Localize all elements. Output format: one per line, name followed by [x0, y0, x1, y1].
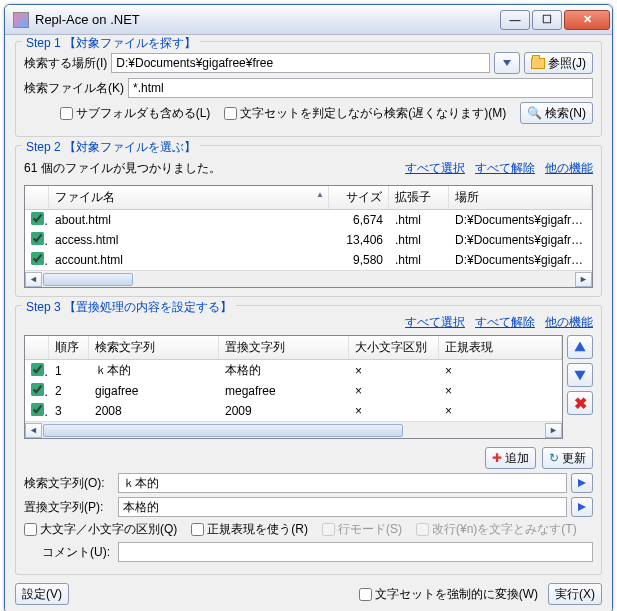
file-table: ファイル名 サイズ 拡張子 場所 about.html6,674.htmlD:¥… [24, 185, 593, 288]
minimize-button[interactable]: — [500, 10, 530, 30]
col-order[interactable]: 順序 [49, 336, 89, 359]
step3-select-none[interactable]: すべて解除 [475, 314, 535, 331]
step2-other[interactable]: 他の機能 [545, 160, 593, 177]
step1-group: Step 1 【対象ファイルを探す】 検索する場所(I) 参照(J) 検索ファイ… [15, 41, 602, 137]
svg-marker-1 [574, 341, 585, 351]
replace-input[interactable] [118, 497, 567, 517]
step2-select-all[interactable]: すべて選択 [405, 160, 465, 177]
crlf-checkbox: 改行(¥n)を文字とみなす(T) [416, 521, 577, 538]
update-button[interactable]: ↻更新 [542, 447, 593, 469]
plus-icon: ✚ [492, 451, 502, 465]
svg-marker-3 [578, 479, 586, 487]
col-place[interactable]: 場所 [449, 186, 592, 209]
pattern-label: 検索ファイル名(K) [24, 80, 124, 97]
step2-group: Step 2 【対象ファイルを選ぶ】 61 個のファイルが見つかりました。 すべ… [15, 145, 602, 297]
file-table-header: ファイル名 サイズ 拡張子 場所 [25, 186, 592, 210]
scroll-left-button[interactable]: ◄ [25, 423, 42, 438]
table-row[interactable]: access.html13,406.htmlD:¥Documents¥gigaf… [25, 230, 592, 250]
find-input[interactable] [118, 473, 567, 493]
app-window: Repl-Ace on .NET — ☐ ✕ Step 1 【対象ファイルを探す… [4, 4, 613, 611]
scroll-right-button[interactable]: ► [575, 272, 592, 287]
bottom-bar: 設定(V) 文字セットを強制的に変換(W) 実行(X) [15, 583, 602, 605]
charset-detect-checkbox[interactable]: 文字セットを判定しながら検索(遅くなります)(M) [224, 105, 506, 122]
settings-button[interactable]: 設定(V) [15, 583, 69, 605]
comment-label: コメント(U): [24, 544, 114, 561]
row-checkbox[interactable] [31, 232, 44, 245]
file-table-hscroll[interactable]: ◄ ► [25, 270, 592, 287]
replace-play-button[interactable] [571, 497, 593, 517]
search-button[interactable]: 🔍 検索(N) [520, 102, 593, 124]
col-case[interactable]: 大小文字区別 [349, 336, 439, 359]
window-title: Repl-Ace on .NET [35, 12, 500, 27]
search-icon: 🔍 [527, 106, 542, 120]
table-row[interactable]: account.html9,580.htmlD:¥Documents¥gigaf… [25, 250, 592, 270]
scroll-right-button[interactable]: ► [545, 423, 562, 438]
case-checkbox[interactable]: 大文字／小文字の区別(Q) [24, 521, 177, 538]
content-area: Step 1 【対象ファイルを探す】 検索する場所(I) 参照(J) 検索ファイ… [5, 35, 612, 611]
rule-table-hscroll[interactable]: ◄ ► [25, 421, 562, 438]
col-regex[interactable]: 正規表現 [439, 336, 562, 359]
delete-button[interactable]: ✖ [567, 391, 593, 415]
path-input[interactable] [111, 53, 490, 73]
step2-title: Step 2 【対象ファイルを選ぶ】 [22, 139, 200, 156]
step3-other[interactable]: 他の機能 [545, 314, 593, 331]
folder-icon [531, 58, 545, 69]
move-down-button[interactable] [567, 363, 593, 387]
app-icon [13, 12, 29, 28]
step2-select-none[interactable]: すべて解除 [475, 160, 535, 177]
maximize-button[interactable]: ☐ [532, 10, 562, 30]
subfolder-checkbox[interactable]: サブフォルダも含める(L) [60, 105, 211, 122]
find-play-button[interactable] [571, 473, 593, 493]
path-dropdown-button[interactable] [494, 52, 520, 74]
col-find[interactable]: 検索文字列 [89, 336, 219, 359]
path-label: 検索する場所(I) [24, 55, 107, 72]
file-table-body: about.html6,674.htmlD:¥Documents¥gigafre… [25, 210, 592, 270]
line-checkbox: 行モード(S) [322, 521, 402, 538]
titlebar[interactable]: Repl-Ace on .NET — ☐ ✕ [5, 5, 612, 35]
close-button[interactable]: ✕ [564, 10, 610, 30]
rule-side-buttons: ✖ [567, 335, 593, 439]
browse-button[interactable]: 参照(J) [524, 52, 593, 74]
step3-title: Step 3 【置換処理の内容を設定する】 [22, 299, 236, 316]
run-button[interactable]: 実行(X) [548, 583, 602, 605]
regex-checkbox[interactable]: 正規表現を使う(R) [191, 521, 308, 538]
scroll-left-button[interactable]: ◄ [25, 272, 42, 287]
step3-select-all[interactable]: すべて選択 [405, 314, 465, 331]
rule-table: 順序 検索文字列 置換文字列 大小文字区別 正規表現 1ｋ本的本格的××2gig… [24, 335, 563, 439]
col-size[interactable]: サイズ [329, 186, 389, 209]
table-row[interactable]: 320082009×× [25, 401, 562, 421]
row-checkbox[interactable] [31, 403, 44, 416]
pattern-input[interactable] [128, 78, 593, 98]
table-row[interactable]: about.html6,674.htmlD:¥Documents¥gigafre… [25, 210, 592, 230]
row-checkbox[interactable] [31, 383, 44, 396]
col-replace[interactable]: 置換文字列 [219, 336, 349, 359]
col-ext[interactable]: 拡張子 [389, 186, 449, 209]
row-checkbox[interactable] [31, 252, 44, 265]
svg-marker-0 [503, 60, 511, 66]
window-buttons: — ☐ ✕ [500, 10, 610, 30]
rule-table-body: 1ｋ本的本格的××2gigafreemegafree××320082009×× [25, 360, 562, 421]
add-button[interactable]: ✚追加 [485, 447, 536, 469]
row-checkbox[interactable] [31, 363, 44, 376]
force-charset-checkbox[interactable]: 文字セットを強制的に変換(W) [359, 586, 538, 603]
step3-group: Step 3 【置換処理の内容を設定する】 すべて選択 すべて解除 他の機能 順… [15, 305, 602, 575]
rule-table-header: 順序 検索文字列 置換文字列 大小文字区別 正規表現 [25, 336, 562, 360]
comment-input[interactable] [118, 542, 593, 562]
col-filename[interactable]: ファイル名 [49, 186, 329, 209]
svg-marker-2 [574, 371, 585, 381]
row-checkbox[interactable] [31, 212, 44, 225]
found-count: 61 個のファイルが見つかりました。 [24, 160, 221, 177]
refresh-icon: ↻ [549, 451, 559, 465]
find-label: 検索文字列(O): [24, 475, 114, 492]
table-row[interactable]: 2gigafreemegafree×× [25, 381, 562, 401]
step1-title: Step 1 【対象ファイルを探す】 [22, 35, 200, 52]
replace-label: 置換文字列(P): [24, 499, 114, 516]
table-row[interactable]: 1ｋ本的本格的×× [25, 360, 562, 381]
move-up-button[interactable] [567, 335, 593, 359]
svg-marker-4 [578, 503, 586, 511]
